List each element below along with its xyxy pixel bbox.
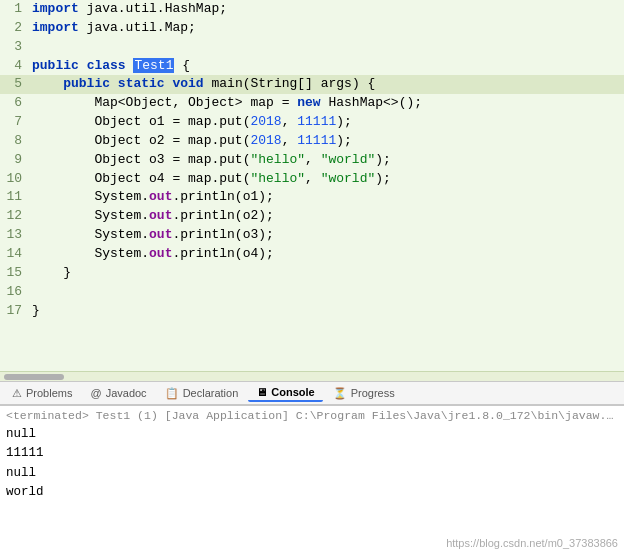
console-tab-icon: 🖥 [256,386,267,398]
declaration-tab-label: Declaration [183,387,239,399]
string-literal: "world" [321,171,376,186]
number-literal: 11111 [297,114,336,129]
console-tab-label: Console [271,386,314,398]
line-content: Object o3 = map.put("hello", "world"); [28,151,624,170]
progress-tab-icon: ⏳ [333,387,347,400]
number-literal: 11111 [297,133,336,148]
line-content: import java.util.Map; [28,19,624,38]
line-content: } [28,302,624,321]
javadoc-tab-label: Javadoc [106,387,147,399]
code-text: System. [32,246,149,261]
code-text: Object o1 = map.put( [32,114,250,129]
line-number: 8 [0,132,28,151]
line-number: 13 [0,226,28,245]
console-area: <terminated> Test1 (1) [Java Application… [0,405,624,535]
line-content: public class Test1 { [28,57,624,76]
code-text: ); [336,114,352,129]
code-text: System. [32,227,149,242]
line-content: System.out.println(o2); [28,207,624,226]
code-text: , [305,152,321,167]
field-out: out [149,227,172,242]
string-literal: "hello" [250,152,305,167]
console-terminated-label: <terminated> Test1 (1) [Java Application… [6,408,618,423]
code-text: .println(o2); [172,208,273,223]
line-content: System.out.println(o4); [28,245,624,264]
tab-console[interactable]: 🖥Console [248,384,322,402]
code-text: } [32,265,71,280]
field-out: out [149,246,172,261]
console-output: null11111nullworld [6,425,618,503]
tab-progress[interactable]: ⏳Progress [325,385,403,402]
editor-scrollbar[interactable] [0,371,624,381]
keyword: public [63,76,110,91]
code-text: .println(o1); [172,189,273,204]
keyword: static [118,76,165,91]
code-text: ); [336,133,352,148]
keyword: public [32,58,79,73]
code-text: java.util.Map; [79,20,196,35]
tab-declaration[interactable]: 📋Declaration [157,385,247,402]
declaration-tab-icon: 📋 [165,387,179,400]
line-number: 1 [0,0,28,19]
line-number: 14 [0,245,28,264]
line-number: 17 [0,302,28,321]
number-literal: 2018 [250,133,281,148]
scrollbar-thumb[interactable] [4,374,64,380]
highlighted-classname: Test1 [133,58,174,73]
code-text: System. [32,189,149,204]
code-text [32,76,63,91]
code-text: Object o2 = map.put( [32,133,250,148]
keyword: import [32,20,79,35]
code-text: Map<Object, Object> map = [32,95,297,110]
code-text: ); [375,152,391,167]
progress-tab-label: Progress [351,387,395,399]
code-text: Object o4 = map.put( [32,171,250,186]
string-literal: "hello" [250,171,305,186]
console-output-line: null [6,425,618,444]
line-number: 9 [0,151,28,170]
code-text: main(String[] args) { [204,76,376,91]
code-text [110,76,118,91]
line-number: 10 [0,170,28,189]
line-number: 2 [0,19,28,38]
code-text: System. [32,208,149,223]
line-content [28,38,624,57]
keyword: import [32,1,79,16]
field-out: out [149,208,172,223]
line-content: System.out.println(o1); [28,188,624,207]
watermark: https://blog.csdn.net/m0_37383866 [0,535,624,551]
problems-tab-icon: ⚠ [12,387,22,400]
console-output-line: world [6,483,618,502]
console-output-line: 11111 [6,444,618,463]
line-number: 15 [0,264,28,283]
code-text: , [282,114,298,129]
line-number: 4 [0,57,28,76]
code-text: , [305,171,321,186]
code-text [79,58,87,73]
code-text: { [174,58,190,73]
problems-tab-label: Problems [26,387,72,399]
line-content: Object o1 = map.put(2018, 11111); [28,113,624,132]
code-editor[interactable]: 1import java.util.HashMap;2import java.u… [0,0,624,371]
code-text: , [282,133,298,148]
line-number: 11 [0,188,28,207]
code-text: Object o3 = map.put( [32,152,250,167]
string-literal: "world" [321,152,376,167]
tab-javadoc[interactable]: @Javadoc [82,385,154,401]
number-literal: 2018 [250,114,281,129]
line-content: System.out.println(o3); [28,226,624,245]
console-output-line: null [6,464,618,483]
code-text: java.util.HashMap; [79,1,227,16]
keyword: new [297,95,320,110]
line-content: Object o2 = map.put(2018, 11111); [28,132,624,151]
line-number: 7 [0,113,28,132]
tab-bar: ⚠Problems@Javadoc📋Declaration🖥Console⏳Pr… [0,381,624,405]
line-content: Map<Object, Object> map = new HashMap<>(… [28,94,624,113]
tab-problems[interactable]: ⚠Problems [4,385,80,402]
keyword: class [87,58,126,73]
line-content: public static void main(String[] args) { [28,75,624,94]
line-number: 16 [0,283,28,302]
line-number: 12 [0,207,28,226]
code-text: .println(o3); [172,227,273,242]
line-content: } [28,264,624,283]
